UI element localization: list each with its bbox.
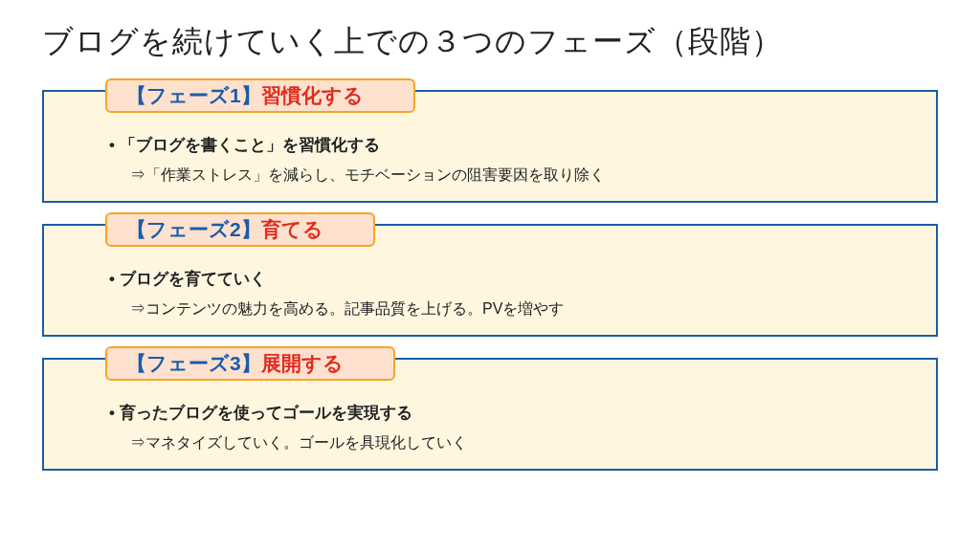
phase-bullet-bold: ブログを育てていく (109, 268, 909, 290)
phase-card-2: 【フェーズ2】育てる ブログを育てていく ⇒コンテンツの魅力を高める。記事品質を… (42, 224, 938, 337)
phase-label-red: 展開する (261, 352, 344, 374)
phase-bullet-detail: ⇒「作業ストレス」を減らし、モチベーションの阻害要因を取り除く (109, 165, 909, 186)
phase-bullet-bold: 「ブログを書くこと」を習慣化する (109, 134, 909, 156)
phase-header-3: 【フェーズ3】展開する (105, 346, 395, 381)
phase-label-red: 育てる (261, 218, 323, 240)
phase-block-2: 【フェーズ2】育てる ブログを育てていく ⇒コンテンツの魅力を高める。記事品質を… (42, 224, 938, 337)
phase-header-2: 【フェーズ2】育てる (105, 212, 375, 247)
slide-title: ブログを続けていく上での３つのフェーズ（段階） (42, 21, 938, 63)
phase-block-1: 【フェーズ1】習慣化する 「ブログを書くこと」を習慣化する ⇒「作業ストレス」を… (42, 90, 938, 203)
phase-header-1: 【フェーズ1】習慣化する (105, 78, 415, 113)
phase-bullet-detail: ⇒マネタイズしていく。ゴールを具現化していく (109, 433, 909, 453)
phase-label-prefix: 【フェーズ2】 (126, 218, 261, 240)
phase-card-1: 【フェーズ1】習慣化する 「ブログを書くこと」を習慣化する ⇒「作業ストレス」を… (42, 90, 938, 203)
slide: ブログを続けていく上での３つのフェーズ（段階） 【フェーズ1】習慣化する 「ブロ… (0, 0, 980, 551)
phase-label-prefix: 【フェーズ3】 (126, 352, 261, 374)
phase-bullet-bold: 育ったブログを使ってゴールを実現する (109, 402, 909, 424)
phase-label-red: 習慣化する (261, 84, 364, 106)
phase-block-3: 【フェーズ3】展開する 育ったブログを使ってゴールを実現する ⇒マネタイズしてい… (42, 358, 938, 471)
phase-label-prefix: 【フェーズ1】 (126, 84, 261, 106)
phase-bullet-detail: ⇒コンテンツの魅力を高める。記事品質を上げる。PVを増やす (109, 299, 909, 320)
phase-card-3: 【フェーズ3】展開する 育ったブログを使ってゴールを実現する ⇒マネタイズしてい… (42, 358, 938, 471)
